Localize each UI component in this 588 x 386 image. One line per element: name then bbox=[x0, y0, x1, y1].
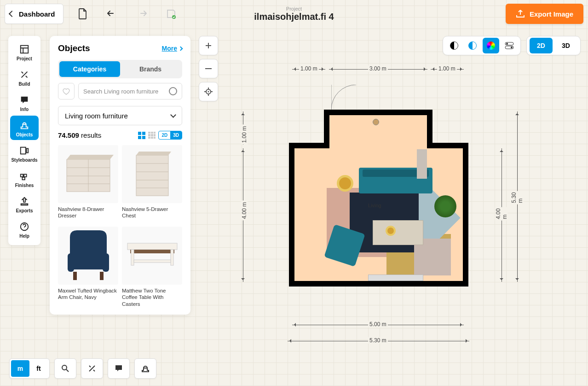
search-tool-icon[interactable] bbox=[56, 360, 75, 377]
results-count: 74.509 results bbox=[58, 131, 101, 139]
half-color-icon[interactable] bbox=[464, 38, 481, 53]
nav-info[interactable]: Info bbox=[10, 90, 39, 115]
chevron-right-icon bbox=[179, 46, 183, 51]
svg-rect-22 bbox=[100, 272, 104, 280]
item-coffee-table[interactable]: Matthew Two Tone Coffee Table With Caste… bbox=[122, 227, 182, 307]
favorites-button[interactable] bbox=[58, 83, 75, 99]
color-mode-group bbox=[443, 36, 521, 55]
tab-categories[interactable]: Categories bbox=[59, 61, 120, 77]
dashboard-button[interactable]: Dashboard bbox=[5, 4, 63, 24]
nav-finishes[interactable]: Finishes bbox=[10, 166, 39, 191]
project-name: ilmaisohjelmat.fi 4 bbox=[254, 12, 334, 22]
svg-point-31 bbox=[506, 43, 508, 45]
contrast-icon[interactable] bbox=[446, 38, 462, 53]
grid-large-icon[interactable] bbox=[138, 132, 145, 139]
category-dropdown[interactable]: Living room furniture bbox=[58, 106, 182, 125]
tab-brands[interactable]: Brands bbox=[120, 61, 181, 77]
dashboard-label: Dashboard bbox=[19, 10, 55, 18]
export-image-button[interactable]: Export Image bbox=[506, 4, 583, 24]
item-armchair[interactable]: Maxwel Tufted Wingback Arm Chair, Navy bbox=[58, 227, 118, 307]
svg-rect-6 bbox=[22, 177, 25, 180]
furniture-icon[interactable] bbox=[136, 360, 155, 377]
nav-help[interactable]: Help bbox=[10, 217, 39, 241]
unit-m-button[interactable]: m bbox=[11, 360, 29, 377]
nav-styleboards[interactable]: Styleboards bbox=[10, 141, 39, 165]
svg-rect-5 bbox=[24, 174, 27, 177]
objects-panel: Objects More Categories Brands Search Li… bbox=[50, 36, 190, 315]
svg-rect-26 bbox=[171, 250, 173, 265]
svg-rect-4 bbox=[21, 174, 23, 177]
svg-rect-25 bbox=[131, 250, 134, 265]
view-3d-button[interactable]: 3D bbox=[554, 38, 577, 53]
left-nav: Project Build Info Objects Styleboards F… bbox=[8, 36, 40, 245]
preview-2d-3d-toggle[interactable]: 2D3D bbox=[158, 131, 182, 140]
search-input[interactable]: Search Living room furniture bbox=[78, 83, 182, 99]
svg-rect-1 bbox=[21, 46, 29, 53]
nav-project[interactable]: Project bbox=[10, 40, 39, 64]
svg-rect-23 bbox=[127, 243, 177, 250]
item-chest[interactable]: Nashview 5-Drawer Chest bbox=[122, 145, 182, 219]
zoom-out-button[interactable] bbox=[199, 59, 218, 78]
svg-rect-18 bbox=[72, 256, 104, 269]
toggle-icon[interactable] bbox=[501, 38, 518, 53]
svg-rect-24 bbox=[130, 250, 174, 253]
project-label: Project bbox=[254, 6, 334, 12]
nav-exports[interactable]: Exports bbox=[10, 192, 39, 216]
panel-title: Objects bbox=[58, 43, 90, 53]
svg-rect-27 bbox=[134, 260, 171, 263]
center-button[interactable] bbox=[199, 82, 218, 101]
more-link[interactable]: More bbox=[162, 45, 182, 52]
redo-icon[interactable] bbox=[132, 4, 152, 24]
nav-build[interactable]: Build bbox=[10, 65, 39, 89]
svg-rect-13 bbox=[136, 155, 168, 196]
svg-rect-20 bbox=[103, 253, 109, 272]
chevron-left-icon bbox=[9, 11, 15, 17]
top-bar: Dashboard Project ilmaisohjelmat.fi 4 Ex… bbox=[5, 4, 583, 24]
tools-icon[interactable] bbox=[83, 360, 101, 377]
unit-ft-button[interactable]: ft bbox=[29, 360, 48, 377]
svg-rect-3 bbox=[27, 148, 29, 152]
dimension-toggle: 2D 3D bbox=[526, 36, 581, 55]
svg-point-29 bbox=[208, 91, 209, 93]
chevron-down-icon bbox=[170, 112, 176, 118]
view-controls: 2D 3D bbox=[443, 36, 581, 55]
svg-point-34 bbox=[62, 365, 67, 370]
nav-objects[interactable]: Objects bbox=[10, 116, 39, 140]
svg-rect-21 bbox=[73, 272, 77, 280]
file-icon[interactable] bbox=[73, 4, 93, 24]
unit-toggle: m ft bbox=[9, 358, 50, 379]
undo-icon[interactable] bbox=[102, 4, 122, 24]
item-grid: Nashview 8-Drawer Dresser Nashview 5-Dra… bbox=[58, 145, 182, 307]
zoom-in-button[interactable] bbox=[199, 36, 218, 55]
project-title-block[interactable]: Project ilmaisohjelmat.fi 4 bbox=[254, 6, 334, 22]
view-2d-button[interactable]: 2D bbox=[530, 38, 553, 53]
zoom-controls bbox=[199, 36, 218, 101]
svg-rect-19 bbox=[68, 253, 74, 272]
svg-rect-2 bbox=[21, 147, 26, 154]
grid-small-icon[interactable] bbox=[148, 132, 156, 139]
export-label: Export Image bbox=[530, 10, 573, 18]
bottom-toolbar: m ft bbox=[9, 358, 156, 379]
full-color-icon[interactable] bbox=[483, 38, 499, 53]
save-icon[interactable] bbox=[161, 4, 181, 24]
tab-group: Categories Brands bbox=[58, 60, 182, 78]
svg-point-33 bbox=[511, 47, 513, 48]
item-dresser[interactable]: Nashview 8-Drawer Dresser bbox=[58, 145, 118, 219]
room-label: Living bbox=[368, 203, 381, 208]
chat-icon[interactable] bbox=[110, 360, 128, 377]
floor-plan[interactable]: 1.00 m 3.00 m 1.00 m 1.00 m 4.00 m 4.00 … bbox=[285, 64, 488, 322]
